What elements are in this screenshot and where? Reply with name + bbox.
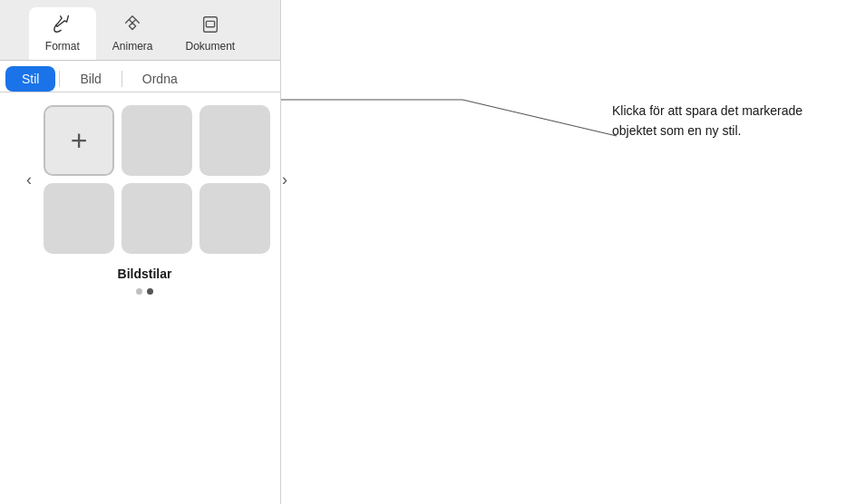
svg-line-3 [462,100,617,136]
style-grid: + [44,105,270,254]
toolbar-animera-button[interactable]: Animera [96,7,170,60]
toolbar: Format Animera Dokument [0,0,280,61]
paintbrush-icon [51,13,74,36]
plus-icon: + [71,126,88,155]
prev-arrow-button[interactable]: ‹ [18,169,40,190]
style-item-1[interactable] [122,105,192,176]
document-icon [199,13,222,36]
callout-text: Klicka för att spara det markerade objek… [612,102,830,141]
toolbar-format-button[interactable]: Format [29,7,96,60]
style-item-3[interactable] [44,183,114,254]
svg-rect-1 [206,21,214,26]
connector-line [281,91,662,163]
section-label: Bildstilar [118,267,172,281]
tab-stil[interactable]: Stil [5,66,55,92]
pagination-dots [136,288,153,295]
tab-bild[interactable]: Bild [63,66,117,92]
style-item-4[interactable] [122,183,192,254]
tab-ordna[interactable]: Ordna [126,66,194,92]
dot-1[interactable] [136,288,142,295]
toolbar-dokument-button[interactable]: Dokument [170,7,252,60]
style-grid-wrapper: ‹ + › [18,105,271,254]
tab-divider-2 [122,71,122,87]
add-style-item[interactable]: + [44,105,114,176]
sidebar-panel: Format Animera Dokument [0,0,281,504]
toolbar-animera-label: Animera [112,40,153,53]
tab-divider [59,71,60,87]
dot-2[interactable] [147,288,153,295]
callout-area: Klicka för att spara det markerade objek… [281,0,856,504]
diamond-arrow-icon [121,13,144,36]
toolbar-format-label: Format [45,40,80,53]
toolbar-dokument-label: Dokument [186,40,236,53]
style-panel-content: ‹ + › Bildstilar [0,92,280,504]
tab-bar: Stil Bild Ordna [0,61,280,92]
style-item-5[interactable] [199,183,270,254]
style-item-2[interactable] [199,105,270,176]
